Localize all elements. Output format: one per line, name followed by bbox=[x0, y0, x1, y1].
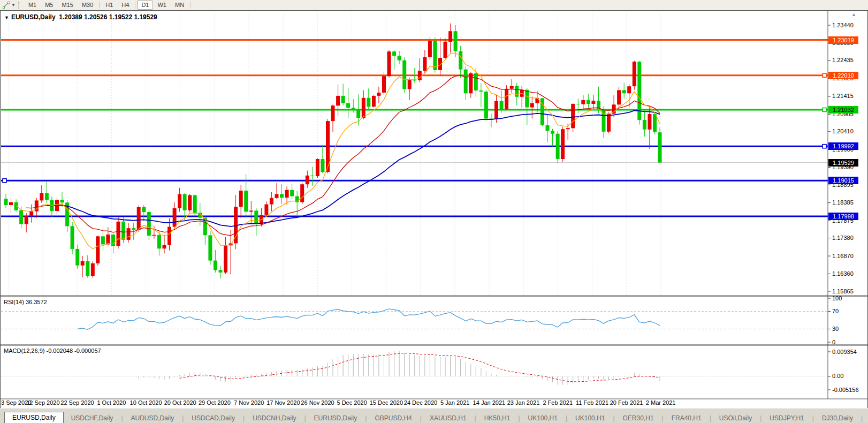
rsi-axis-tick: 0 bbox=[832, 339, 835, 346]
chart-tab-hk50-h1[interactable]: HK50,H1 bbox=[477, 413, 518, 423]
chart-tab-usdjpy-h1[interactable]: USDJPY,H1 bbox=[762, 413, 811, 423]
date-axis-label: 12 Sep 2020 bbox=[26, 399, 59, 406]
date-axis-label: 20 Oct 2020 bbox=[164, 399, 196, 406]
chart-title: ▼EURUSD,Daily 1.20389 1.20526 1.19522 1.… bbox=[4, 13, 157, 21]
timeframe-button-m1[interactable]: M1 bbox=[24, 1, 41, 10]
chart-tab-china300-h1[interactable]: CHINA300,H1 bbox=[863, 413, 868, 423]
mt4-terminal: ▼ M1M5M15M30H1H4D1W1MN ▼EURUSD,Daily 1.2… bbox=[0, 0, 868, 423]
price-axis-tick: 1.22435 bbox=[832, 57, 854, 64]
current-price-tag: 1.19529 bbox=[828, 159, 858, 167]
chart-tab-uk100-h1[interactable]: UK100,H1 bbox=[521, 413, 565, 423]
chart-tab-eurusd-daily[interactable]: EURUSD,Daily bbox=[4, 412, 64, 423]
chart-tab-usdcad-daily[interactable]: USDCAD,Daily bbox=[184, 413, 242, 423]
date-axis-label: 22 Sep 2020 bbox=[60, 399, 94, 406]
chart-window[interactable]: ▼EURUSD,Daily 1.20389 1.20526 1.19522 1.… bbox=[0, 10, 868, 409]
date-axis-label: 7 Nov 2020 bbox=[234, 399, 264, 406]
date-axis-label: 23 Jan 2021 bbox=[507, 399, 540, 406]
chart-tab-uk100-h1[interactable]: UK100,H1 bbox=[568, 413, 612, 423]
macd-axis-tick: -0.005156 bbox=[832, 387, 859, 394]
date-axis-label: 15 Dec 2020 bbox=[370, 399, 403, 406]
date-axis-label: 10 Oct 2020 bbox=[130, 399, 162, 406]
price-axis-tick: 1.16870 bbox=[832, 253, 854, 260]
timeframe-button-h4[interactable]: H4 bbox=[117, 1, 133, 10]
timeframe-buttons: M1M5M15M30H1H4D1W1MN bbox=[24, 1, 192, 10]
toolbar-separator bbox=[190, 2, 191, 9]
date-axis-label: 5 Jan 2021 bbox=[440, 399, 469, 406]
price-axis-tick: 1.23440 bbox=[832, 22, 854, 29]
date-axis-label: 11 Feb 2021 bbox=[576, 399, 608, 406]
timeframe-toolbar: ▼ M1M5M15M30H1H4D1W1MN bbox=[0, 0, 868, 11]
timeframe-button-h1[interactable]: H1 bbox=[101, 1, 117, 10]
hline-price-tag[interactable]: 1.17998 bbox=[828, 213, 858, 220]
price-axis-tick: 1.18385 bbox=[832, 199, 854, 206]
chart-canvas[interactable] bbox=[1, 11, 867, 408]
hline-price-tag[interactable]: 1.22010 bbox=[828, 72, 858, 79]
cursor-tool-icon[interactable] bbox=[2, 1, 11, 9]
rsi-axis-tick: 70 bbox=[832, 308, 839, 315]
cursor-tool-dropdown-icon[interactable]: ▼ bbox=[11, 3, 16, 7]
chart-tab-eurusd-daily[interactable]: EURUSD,Daily bbox=[307, 413, 365, 423]
chart-tab-usdcnh-daily[interactable]: USDCNH,Daily bbox=[245, 413, 303, 423]
price-axis-tick: 1.16360 bbox=[832, 270, 854, 277]
chart-tab-gbpusd-h4[interactable]: GBPUSD,H4 bbox=[367, 413, 419, 423]
rsi-axis-tick: 100 bbox=[832, 295, 842, 302]
chart-symbol-label: EURUSD,Daily bbox=[11, 13, 56, 21]
chart-tab-dj30-daily[interactable]: DJ30,Daily bbox=[814, 413, 861, 423]
chart-tab-audusd-daily[interactable]: AUDUSD,Daily bbox=[124, 413, 182, 423]
date-axis-label: 5 Dec 2020 bbox=[337, 399, 367, 406]
chart-ohlc-values: 1.20389 1.20526 1.19522 1.19529 bbox=[59, 13, 157, 21]
chart-tab-usdchf-daily[interactable]: USDCHF,Daily bbox=[64, 413, 121, 423]
scroll-up-icon[interactable]: ▲ bbox=[851, 12, 856, 17]
toolbar-separator bbox=[99, 2, 100, 9]
hline-price-tag[interactable]: 1.23019 bbox=[828, 36, 858, 44]
date-axis-label: 2 Feb 2021 bbox=[543, 399, 573, 406]
chart-tab-bar: EURUSD,DailyUSDCHF,Daily|AUDUSD,Daily|US… bbox=[0, 408, 868, 423]
chart-tab-ger30-h1[interactable]: GER30,H1 bbox=[615, 413, 661, 423]
date-axis-label: 29 Oct 2020 bbox=[199, 399, 231, 406]
macd-axis-tick: 0.009354 bbox=[832, 349, 857, 356]
toolbar-grip bbox=[18, 2, 22, 9]
date-axis-label: 2 Mar 2021 bbox=[646, 399, 676, 406]
date-axis-label: 26 Nov 2020 bbox=[301, 399, 334, 406]
timeframe-button-m15[interactable]: M15 bbox=[57, 1, 77, 10]
timeframe-button-m30[interactable]: M30 bbox=[78, 1, 97, 10]
rsi-axis-tick: 30 bbox=[832, 326, 839, 333]
hline-price-tag[interactable]: 1.19015 bbox=[828, 177, 858, 184]
macd-axis-tick: 0.00 bbox=[832, 373, 843, 380]
macd-indicator-label: MACD(12,26,9) -0.002048 -0.000057 bbox=[4, 348, 101, 354]
timeframe-button-d1[interactable]: D1 bbox=[137, 1, 153, 10]
date-axis-label: 14 Jan 2021 bbox=[473, 399, 506, 406]
rsi-indicator-label: RSI(14) 36.3572 bbox=[4, 299, 47, 305]
price-axis-tick: 1.15865 bbox=[832, 288, 854, 295]
hline-price-tag[interactable]: 1.19992 bbox=[828, 142, 858, 150]
date-axis-label: 24 Dec 2020 bbox=[404, 399, 437, 406]
chart-tab-fra40-h1[interactable]: FRA40,H1 bbox=[664, 413, 709, 423]
hline-price-tag[interactable]: 1.21032 bbox=[828, 106, 858, 114]
price-axis-tick: 1.21415 bbox=[832, 93, 854, 100]
date-axis-label: 17 Nov 2020 bbox=[267, 399, 300, 406]
toolbar-separator bbox=[135, 2, 135, 9]
price-axis-tick: 1.17380 bbox=[832, 235, 854, 241]
timeframe-button-mn[interactable]: MN bbox=[171, 1, 188, 10]
chart-title-caret-icon[interactable]: ▼ bbox=[4, 15, 9, 20]
chart-tab-xauusd-h1[interactable]: XAUUSD,H1 bbox=[422, 413, 474, 423]
timeframe-button-w1[interactable]: W1 bbox=[153, 1, 171, 10]
date-axis-label: 20 Feb 2021 bbox=[610, 399, 643, 406]
timeframe-button-m5[interactable]: M5 bbox=[41, 1, 57, 10]
date-axis-label: 1 Oct 2020 bbox=[97, 399, 126, 406]
price-axis-tick: 1.20410 bbox=[832, 128, 854, 135]
chart-tab-usoil-daily[interactable]: USOil,Daily bbox=[712, 413, 759, 423]
